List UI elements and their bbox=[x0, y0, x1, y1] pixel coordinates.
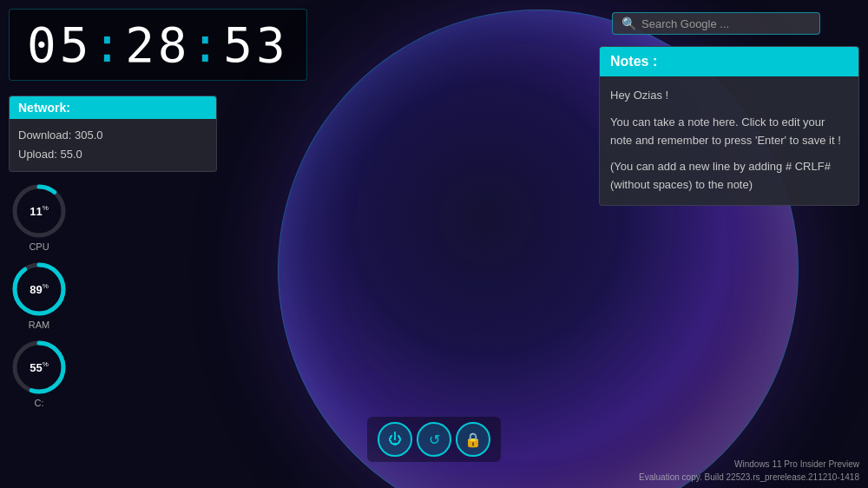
notes-body[interactable]: Hey Ozias ! You can take a note here. Cl… bbox=[600, 76, 858, 205]
power-button[interactable]: ⏻ bbox=[378, 422, 412, 457]
refresh-button[interactable]: ↺ bbox=[417, 422, 451, 457]
windows-info: Windows 11 Pro Insider Preview Evaluatio… bbox=[639, 458, 859, 484]
clock-widget: 05:28:53 bbox=[9, 9, 307, 81]
network-widget: Network: Download: 305.0 Upload: 55.0 bbox=[9, 96, 217, 172]
clock-sep1: : bbox=[92, 16, 125, 73]
disk-gauge: 55% bbox=[10, 339, 68, 396]
network-title: Network: bbox=[10, 96, 216, 119]
clock-seconds: 53 bbox=[223, 16, 288, 73]
download-stat: Download: 305.0 bbox=[18, 126, 207, 145]
cpu-value: 11% bbox=[30, 204, 49, 217]
cpu-label: CPU bbox=[29, 241, 49, 252]
upload-label: Upload: bbox=[18, 148, 57, 161]
ram-gauge-wrap: 89% RAM bbox=[9, 260, 69, 330]
ram-value: 89% bbox=[30, 282, 49, 295]
disk-gauge-wrap: 55% C: bbox=[9, 339, 69, 408]
clock-hours: 05 bbox=[27, 16, 92, 73]
ram-label: RAM bbox=[29, 320, 49, 330]
cpu-gauge: 11% bbox=[10, 182, 68, 240]
network-body: Download: 305.0 Upload: 55.0 bbox=[10, 119, 216, 171]
disk-label: C: bbox=[35, 398, 44, 408]
notes-widget: Notes : Hey Ozias ! You can take a note … bbox=[599, 46, 859, 206]
taskbar: ⏻ ↺ 🔒 bbox=[367, 417, 501, 462]
windows-info-line2: Evaluation copy. Build 22523.rs_prerelea… bbox=[639, 471, 859, 484]
download-value: 305.0 bbox=[75, 129, 103, 142]
upload-stat: Upload: 55.0 bbox=[18, 145, 207, 164]
clock-sep2: : bbox=[191, 16, 224, 73]
notes-title: Notes : bbox=[600, 47, 858, 76]
lock-button[interactable]: 🔒 bbox=[456, 422, 490, 457]
notes-line-2: You can take a note here. Click to edit … bbox=[610, 114, 848, 150]
clock-minutes: 28 bbox=[125, 16, 190, 73]
notes-line-1: Hey Ozias ! bbox=[610, 87, 848, 105]
ram-gauge: 89% bbox=[10, 260, 68, 318]
gauges-container: 11% CPU 89% RAM 55% C: bbox=[9, 182, 69, 408]
download-label: Download: bbox=[18, 129, 71, 142]
cpu-gauge-wrap: 11% CPU bbox=[9, 182, 69, 252]
windows-info-line1: Windows 11 Pro Insider Preview bbox=[639, 458, 859, 471]
search-input[interactable] bbox=[641, 17, 798, 30]
search-bar[interactable]: 🔍 bbox=[612, 12, 820, 35]
notes-line-3: (You can add a new line by adding # CRLF… bbox=[610, 158, 848, 195]
search-icon: 🔍 bbox=[621, 16, 636, 30]
upload-value: 55.0 bbox=[60, 148, 82, 161]
disk-value: 55% bbox=[30, 360, 49, 373]
